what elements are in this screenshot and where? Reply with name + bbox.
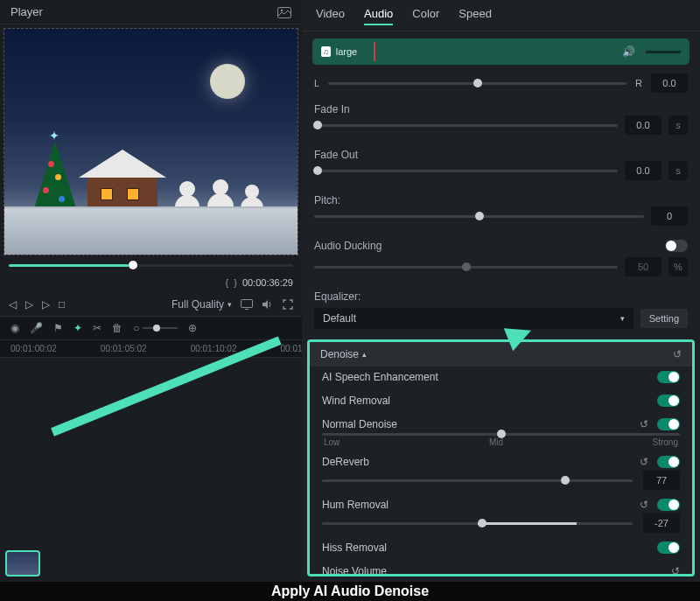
balance-slider[interactable] (328, 82, 626, 85)
ruler-tick: 00:01:00:02 (10, 344, 57, 353)
tl-ai-icon[interactable]: ✦ (74, 322, 82, 334)
fadeout-label: Fade Out (314, 149, 688, 161)
next-frame-button[interactable]: ▷ (42, 298, 50, 311)
ruler-tick: 00:01:10:02 (191, 344, 237, 353)
clip-name: large (336, 46, 357, 57)
hum-removal-reset-icon[interactable]: ↺ (640, 499, 648, 511)
preview-scrubber[interactable] (9, 264, 293, 267)
svg-point-1 (281, 9, 283, 10)
dereverb-toggle[interactable] (657, 456, 680, 468)
ruler-tick: 00:01:05:02 (101, 344, 147, 353)
denoise-mid-label: Mid (489, 437, 503, 447)
denoise-panel: Denoise ▴ ↺ AI Speech Enhancement Wind R… (307, 339, 695, 577)
fadein-unit: s (668, 115, 688, 135)
noise-volume-reset-icon[interactable]: ↺ (671, 565, 680, 577)
audio-clip-bar[interactable]: ♫ large 🔊 (312, 38, 690, 65)
fadeout-slider[interactable] (314, 170, 618, 172)
wind-removal-toggle[interactable] (657, 395, 680, 407)
prev-frame-button[interactable]: ◁ (9, 298, 17, 311)
svg-rect-0 (278, 7, 291, 17)
denoise-reset-icon[interactable]: ↺ (673, 348, 682, 360)
dereverb-value[interactable]: 77 (643, 471, 680, 490)
hum-removal-value[interactable]: -27 (643, 514, 680, 533)
dereverb-label: DeReverb (322, 456, 369, 468)
hum-removal-toggle[interactable] (657, 499, 680, 511)
music-note-icon: ♫ (321, 46, 331, 57)
stop-button[interactable]: □ (59, 298, 65, 311)
player-title: Player (10, 5, 43, 18)
tl-mic-icon[interactable]: 🎤 (30, 322, 43, 334)
equalizer-label: Equalizer: (314, 290, 688, 303)
ducking-value[interactable]: 50 (625, 257, 662, 276)
pitch-label: Pitch: (314, 194, 688, 206)
tab-color[interactable]: Color (412, 7, 439, 25)
hiss-removal-label: Hiss Removal (322, 542, 387, 554)
normal-denoise-toggle[interactable] (657, 418, 680, 430)
denoise-title: Denoise (320, 348, 359, 360)
tl-zoom-slider[interactable]: ○ (133, 322, 178, 334)
balance-value[interactable]: 0.0 (651, 73, 688, 93)
caret-up-icon[interactable]: ▴ (362, 350, 367, 359)
chevron-down-icon: ▾ (228, 300, 232, 309)
denoise-low-label: Low (324, 437, 340, 447)
tl-cut-icon[interactable]: ✂ (93, 322, 102, 334)
fadein-slider[interactable] (314, 124, 618, 127)
ducking-toggle[interactable] (665, 240, 688, 252)
equalizer-setting-button[interactable]: Setting (640, 309, 688, 328)
video-preview[interactable]: ✦ (4, 28, 298, 255)
annotation-arrow (52, 428, 298, 437)
quality-dropdown[interactable]: Full Quality ▾ (172, 298, 232, 311)
speaker-icon[interactable]: 🔊 (622, 45, 635, 58)
balance-r-label: R (635, 78, 642, 88)
equalizer-selected: Default (323, 312, 356, 325)
svg-rect-2 (242, 300, 253, 308)
hiss-removal-toggle[interactable] (657, 542, 680, 554)
display-settings-icon[interactable] (241, 299, 253, 310)
tab-audio[interactable]: Audio (364, 7, 393, 25)
fadeout-unit: s (668, 161, 688, 180)
tl-marker-icon[interactable]: ⚑ (53, 322, 63, 334)
noise-volume-label: Noise Volume (322, 565, 387, 577)
dereverb-reset-icon[interactable]: ↺ (640, 456, 648, 468)
ai-speech-toggle[interactable] (657, 371, 680, 383)
snapshot-icon[interactable] (277, 6, 291, 18)
denoise-strong-label: Strong (653, 437, 678, 447)
tl-record-icon[interactable]: ◉ (10, 322, 19, 334)
marker-add-icon[interactable]: { } (225, 277, 236, 288)
balance-l-label: L (314, 78, 319, 88)
normal-denoise-reset-icon[interactable]: ↺ (640, 418, 648, 430)
play-button[interactable]: ▷ (25, 298, 33, 311)
fadeout-value[interactable]: 0.0 (625, 161, 662, 180)
fadein-label: Fade In (314, 103, 688, 115)
normal-denoise-slider[interactable] (322, 433, 680, 436)
pitch-slider[interactable] (314, 215, 644, 218)
clip-volume-bar[interactable] (646, 51, 681, 53)
ducking-label: Audio Ducking (314, 240, 382, 252)
timeline-tracks[interactable] (0, 358, 302, 582)
normal-denoise-label: Normal Denoise (322, 418, 397, 430)
dereverb-slider[interactable] (322, 479, 633, 482)
quality-label: Full Quality (172, 298, 224, 311)
tab-speed[interactable]: Speed (458, 7, 492, 25)
equalizer-select[interactable]: Default ▾ (314, 308, 634, 329)
fullscreen-icon[interactable] (283, 299, 293, 310)
hum-removal-label: Hum Removal (322, 499, 388, 511)
ai-speech-label: AI Speech Enhancement (322, 371, 438, 383)
chevron-down-icon: ▾ (620, 314, 625, 323)
tl-trash-icon[interactable]: 🗑 (112, 322, 122, 334)
timecode: 00:00:36:29 (242, 277, 293, 288)
ducking-slider[interactable] (314, 266, 618, 269)
wind-removal-label: Wind Removal (322, 395, 390, 407)
hum-removal-slider[interactable] (322, 522, 633, 525)
figure-caption: Apply AI Audio Denoise (0, 582, 700, 601)
pitch-value[interactable]: 0 (651, 206, 688, 226)
fadein-value[interactable]: 0.0 (625, 115, 662, 135)
volume-icon[interactable] (262, 299, 274, 310)
timeline-clip-thumb[interactable] (5, 550, 40, 577)
ducking-unit: % (668, 257, 688, 276)
tab-video[interactable]: Video (316, 7, 345, 25)
tl-fit-icon[interactable]: ⊕ (188, 322, 197, 334)
